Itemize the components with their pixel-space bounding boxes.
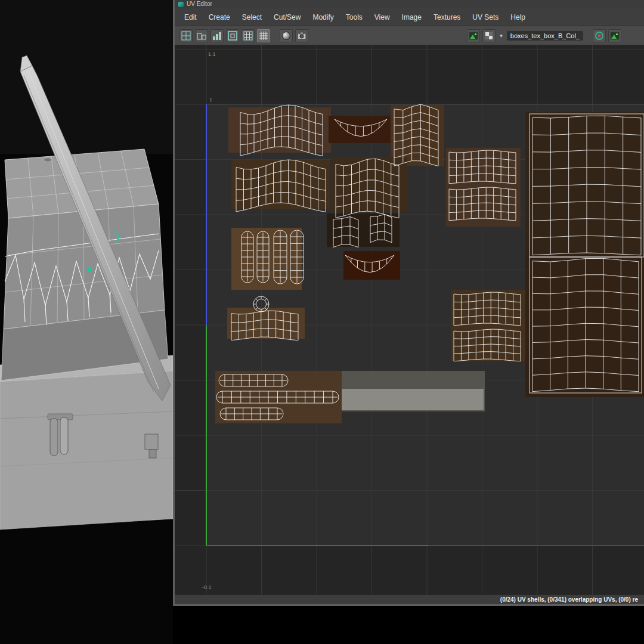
menu-uv-sets[interactable]: UV Sets [466,8,504,26]
menu-select[interactable]: Select [236,8,268,26]
uv-editor-window: UV Editor Edit Create Select Cut/Sew Mod… [173,0,644,606]
3d-viewport[interactable] [0,0,173,644]
screen: UV Editor Edit Create Select Cut/Sew Mod… [0,0,644,644]
uv-snapshot-icon[interactable] [295,29,308,42]
texture-name-field[interactable]: boxes_tex_box_B_Col_ [507,31,583,41]
uv-layout-icon[interactable] [195,29,208,42]
menu-image[interactable]: Image [396,8,428,26]
pixel-grid-icon[interactable] [257,29,270,42]
menu-tools[interactable]: Tools [340,8,369,26]
uv-shell-layout [175,45,644,595]
maya-app-icon [178,2,184,7]
image-display-icon[interactable] [467,29,480,42]
window-title: UV Editor [187,0,212,8]
dropdown-arrow-icon[interactable]: ▾ [498,33,504,39]
image-icon[interactable] [608,29,621,42]
tile-border-icon[interactable] [226,29,239,42]
model-lid-box [0,355,173,530]
checker-map-icon[interactable] [482,29,496,42]
menu-cut-sew[interactable]: Cut/Sew [268,8,306,26]
shaded-sphere-icon[interactable] [280,29,293,42]
uv-distortion-icon[interactable] [210,29,224,42]
tile-grid-icon[interactable] [242,29,255,42]
menu-textures[interactable]: Textures [428,8,466,26]
menu-modify[interactable]: Modify [306,8,339,26]
uv-status-text: (0/24) UV shells, (0/341) overlapping UV… [500,596,638,603]
texture-knot-icon[interactable] [593,29,606,42]
titlebar[interactable]: UV Editor [175,0,644,8]
menu-edit[interactable]: Edit [178,8,203,26]
toolbar: ▾ boxes_tex_box_B_Col_ [175,26,644,45]
uv-canvas[interactable]: 1.11-0.1 [175,45,644,595]
viewport-model [0,0,173,644]
menu-help[interactable]: Help [504,8,531,26]
menu-view[interactable]: View [369,8,396,26]
uv-tile-layout-icon[interactable] [179,29,193,42]
statusbar: (0/24) UV shells, (0/341) overlapping UV… [175,595,644,604]
menubar: Edit Create Select Cut/Sew Modify Tools … [175,8,644,26]
menu-create[interactable]: Create [203,8,236,26]
